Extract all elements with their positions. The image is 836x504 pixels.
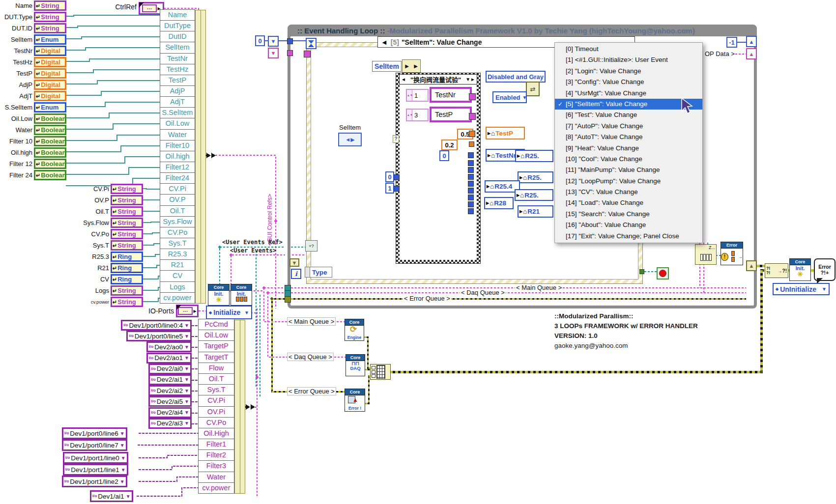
menu-item[interactable]: ✓ [7] "AutoP": Value Change <box>555 121 702 132</box>
menu-item[interactable]: ✓ [14] "Load": Value Change <box>555 197 702 208</box>
bundle-field[interactable]: SelItem <box>160 42 195 53</box>
terminal-type-box[interactable]: ↵ String <box>34 12 66 22</box>
testnr-control[interactable]: TestNr <box>430 87 472 103</box>
daq-channel-constant[interactable]: I/oDev1/port0/line6▼ <box>62 427 127 439</box>
bundle-field[interactable]: Name <box>160 9 195 21</box>
local-r21[interactable]: ▶⌂R21 <box>518 205 553 218</box>
terminal-type-box[interactable]: ↵ String <box>111 297 143 307</box>
local-testp[interactable]: ▶⌂TestP <box>486 127 525 140</box>
menu-item[interactable]: ✓ [11] "MainPump": Value Change <box>555 165 702 175</box>
dropdown-icon[interactable]: ▼ <box>126 494 131 499</box>
io-ports-ref-icon[interactable]: ▪▪▪▶ <box>176 305 199 317</box>
dropdown-icon[interactable]: ▼ <box>242 310 249 315</box>
menu-item[interactable]: ✓ [16] "About": Value Change <box>555 220 702 230</box>
daq-channel-constant[interactable]: I/o Dev2/ao0 ▼ <box>146 341 192 352</box>
spinner-value[interactable]: 3 <box>412 112 418 119</box>
daq-channel-constant[interactable]: I/o Dev2/ai4 ▼ <box>148 407 192 418</box>
daq-channel-constant[interactable]: I/o Dev1/port0/line5 ▼ <box>126 331 192 341</box>
bundle-field[interactable]: OV.Pi <box>198 406 234 418</box>
dropdown-icon[interactable]: ▼ <box>184 388 189 393</box>
terminal-type-box[interactable]: ↵ String <box>111 195 143 205</box>
bundle-field[interactable]: DutType <box>160 20 195 31</box>
menu-item[interactable]: ✓ [1] <#1.GUI::Initialize>: User Event <box>555 55 702 65</box>
shift-register-up-olive[interactable]: ▲ <box>746 260 757 271</box>
daq-channel-constant[interactable]: I/oDev1/port1/line2▼ <box>62 476 127 487</box>
local-r28[interactable]: ▶⌂R28 <box>484 197 514 209</box>
bundle-field[interactable]: TestHz <box>160 64 195 75</box>
bundle-field[interactable]: Sys.Flow <box>160 216 195 227</box>
terminal-type-box[interactable]: ↵ Ring <box>111 252 143 262</box>
bundle-field[interactable]: Filter24 <box>160 172 195 184</box>
dropdown-icon[interactable]: ▼ <box>520 95 527 100</box>
bundle-field[interactable]: DutID <box>160 31 195 42</box>
daq-channel-constant[interactable]: I/oDev1/port1/line0▼ <box>63 452 128 464</box>
menu-item[interactable]: ✓ [6] "Test": Value Change <box>555 110 702 120</box>
dropdown-icon[interactable]: ▼ <box>184 366 189 371</box>
terminal-type-box[interactable]: ↵ Enum <box>34 102 66 112</box>
bundle-field[interactable]: Filter3 <box>198 460 234 472</box>
bundle-field[interactable]: Filter10 <box>160 140 195 151</box>
bundle-field[interactable]: CV.Pi <box>198 395 234 406</box>
left-arrow-icon[interactable]: ◄ <box>401 77 406 82</box>
numeric-spinner-1[interactable]: ▲▼ 1 <box>406 89 429 102</box>
bundle-field[interactable]: Filter1 <box>198 439 234 450</box>
daq-channel-constant[interactable]: I/o Dev2/ai1 ▼ <box>148 374 192 385</box>
terminal-type-box[interactable]: ↵ String <box>111 285 143 296</box>
terminal-type-box[interactable]: ↵ Digital <box>34 68 66 79</box>
menu-item[interactable]: ✓ [2] "Login": Value Change <box>555 66 702 77</box>
bundle-field[interactable]: Oil.T <box>198 373 234 385</box>
daq-channel-constant[interactable]: I/oDev1/port0/line7▼ <box>62 439 127 451</box>
left-constant-0[interactable]: 0 <box>385 171 394 182</box>
bundle-field[interactable]: Logs <box>160 281 195 293</box>
terminal-type-box[interactable]: ↵ Ring <box>111 263 143 273</box>
terminal-type-box[interactable]: ↵ String <box>111 206 143 217</box>
dropdown-icon[interactable]: ▼ <box>465 77 470 82</box>
terminal-type-box[interactable]: ↵ Boolean <box>34 147 66 158</box>
disabled-enum-constant[interactable]: Disabled and Gray <box>486 71 546 83</box>
terminal-type-box[interactable]: ↵ String <box>111 218 143 228</box>
menu-item[interactable]: ✓ [9] "Heat": Value Change <box>555 143 702 154</box>
menu-item[interactable]: ✓ [17] "Exit": Value Change; Panel Close <box>555 231 702 242</box>
menu-item[interactable]: ✓ [8] "AutoT": Value Change <box>555 132 702 142</box>
dropdown-icon[interactable]: ▼ <box>121 455 126 461</box>
dropdown-icon[interactable]: ▼ <box>184 399 189 404</box>
dropdown-icon[interactable]: ▼ <box>120 443 125 448</box>
terminal-type-box[interactable]: ↵ Boolean <box>34 113 66 124</box>
dropdown-icon[interactable]: ▼ <box>184 334 189 339</box>
menu-item[interactable]: ✓ [10] "Cool": Value Change <box>555 154 702 165</box>
spinner-arrows-icon[interactable]: ▲▼ <box>407 110 412 120</box>
terminal-type-box[interactable]: ↵ String <box>34 23 66 33</box>
bundle-field[interactable]: Sys.T <box>198 384 234 395</box>
terminal-type-box[interactable]: ↵ Digital <box>34 46 66 56</box>
terminal-type-box[interactable]: ↵ Boolean <box>34 170 66 180</box>
menu-item[interactable]: ✓ [0] Timeout <box>555 44 702 55</box>
daq-channel-constant[interactable]: I/oDev1/port1/line1▼ <box>63 464 128 476</box>
core-init-subvi-2[interactable]: Core Init. <box>231 284 252 306</box>
bundle-field[interactable]: R25.3 <box>160 249 195 260</box>
dropdown-icon[interactable]: ▼ <box>184 420 189 426</box>
case-selector[interactable]: ◄ "换向阀流量试验" ▼ ► <box>399 74 477 84</box>
dropdown-icon[interactable]: ▼ <box>184 377 189 382</box>
dropdown-icon[interactable]: ▼ <box>820 286 827 292</box>
daq-channel-constant[interactable]: I/o Dev2/ai2 ▼ <box>148 385 192 396</box>
bundle-field[interactable]: cv.power <box>160 292 195 304</box>
local-r25c[interactable]: ▶⌂R25. <box>515 189 553 201</box>
merge-errors-node[interactable] <box>370 364 391 380</box>
spinner-value[interactable]: 1 <box>412 92 418 99</box>
merge-errors-right[interactable]: ?!?! →?! <box>765 263 788 278</box>
dropdown-icon[interactable]: ▼ <box>120 431 125 436</box>
shift-register-up-magenta[interactable]: ▲ <box>746 48 757 59</box>
core-init-subvi-1[interactable]: Core Init. ✳ <box>208 284 230 306</box>
bundle-field[interactable]: Oil.Low <box>160 118 195 129</box>
terminal-type-box[interactable]: ↵ String <box>34 0 66 11</box>
testp-control[interactable]: TestP <box>430 107 472 122</box>
spinner-arrows-icon[interactable]: ▲▼ <box>407 90 412 101</box>
dropdown-icon[interactable]: ▼ <box>120 479 125 484</box>
simple-error-handler-icon[interactable]: Error ?!+ <box>814 258 836 281</box>
local-r25b[interactable]: ▶⌂R25. <box>518 171 553 183</box>
bundle-field[interactable]: CV <box>160 270 195 281</box>
timeout-constant[interactable]: 0 <box>255 35 265 46</box>
terminal-type-box[interactable]: ↵ Ring <box>111 274 143 284</box>
bundle-field[interactable]: AdjT <box>160 96 195 108</box>
terminal-type-box[interactable]: ↵ Digital <box>34 91 66 101</box>
